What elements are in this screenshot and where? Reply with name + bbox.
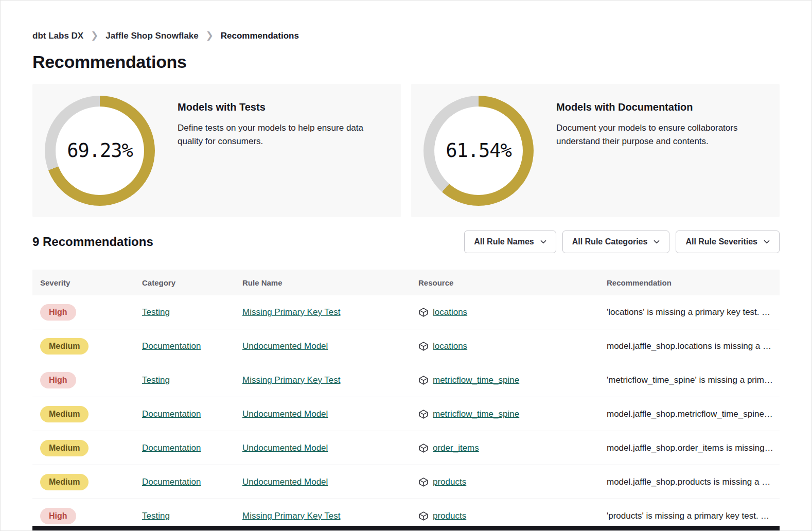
column-header-rule-name: Rule Name [235, 278, 411, 287]
resource-link[interactable]: order_items [433, 443, 479, 453]
severity-badge: High [40, 304, 76, 321]
model-cube-icon [418, 511, 429, 521]
filter-label: All Rule Severities [685, 237, 757, 246]
resource-link[interactable]: locations [433, 307, 467, 317]
rule-name-link[interactable]: Missing Primary Key Test [242, 307, 341, 317]
column-header-resource: Resource [411, 278, 599, 287]
rule-name-link[interactable]: Missing Primary Key Test [242, 375, 341, 385]
severity-badge: Medium [40, 406, 89, 422]
page-title: Recommendations [32, 52, 780, 72]
rule-severities-filter-dropdown[interactable]: All Rule Severities [676, 231, 780, 253]
resource-link[interactable]: products [433, 511, 466, 521]
documentation-percent-value: 61.54% [446, 139, 511, 162]
recommendation-text: model.jaffle_shop.products is missing a … [599, 477, 780, 487]
model-cube-icon [418, 307, 429, 317]
model-cube-icon [418, 341, 429, 351]
model-cube-icon [418, 477, 429, 487]
filter-group: All Rule Names All Rule Categories All R… [464, 231, 780, 253]
severity-badge: High [40, 508, 76, 524]
severity-badge: High [40, 372, 76, 388]
table-row: Medium Documentation Undocumented Model … [32, 465, 780, 499]
table-row: Medium Documentation Undocumented Model … [32, 431, 780, 465]
resource-link[interactable]: locations [433, 341, 467, 351]
rule-name-link[interactable]: Undocumented Model [242, 409, 328, 419]
breadcrumb-item-account[interactable]: dbt Labs DX [32, 31, 83, 41]
filter-label: All Rule Categories [572, 237, 648, 246]
rule-categories-filter-dropdown[interactable]: All Rule Categories [562, 231, 670, 253]
models-with-tests-card: 69.23% Models with Tests Define tests on… [32, 84, 401, 217]
rule-name-link[interactable]: Undocumented Model [242, 477, 328, 487]
breadcrumb: dbt Labs DX ❯ Jaffle Shop Snowflake ❯ Re… [32, 30, 780, 42]
recommendation-text: 'metricflow_time_spine' is missing a pri… [599, 375, 780, 385]
tests-percent-value: 69.23% [67, 139, 133, 162]
recommendation-text: 'products' is missing a primary key test… [599, 511, 780, 521]
metric-cards: 69.23% Models with Tests Define tests on… [32, 84, 780, 217]
recommendation-text: model.jaffle_shop.locations is missing a… [599, 341, 780, 351]
card-title: Models with Tests [178, 101, 389, 113]
chevron-down-icon [764, 239, 770, 245]
chevron-down-icon [540, 239, 546, 245]
bottom-bar [32, 526, 780, 530]
resource-link[interactable]: metricflow_time_spine [433, 375, 519, 385]
rule-name-link[interactable]: Undocumented Model [242, 443, 328, 453]
column-header-severity: Severity [32, 278, 134, 287]
category-link[interactable]: Testing [142, 511, 170, 521]
table-row: Medium Documentation Undocumented Model … [32, 397, 780, 431]
recommendation-text: model.jaffle_shop.metricflow_time_spine … [599, 409, 780, 419]
category-link[interactable]: Documentation [142, 409, 201, 419]
chevron-right-icon: ❯ [206, 30, 214, 41]
model-cube-icon [418, 409, 429, 419]
rule-name-link[interactable]: Undocumented Model [242, 341, 328, 351]
model-cube-icon [418, 375, 429, 385]
table-row: High Testing Missing Primary Key Test me… [32, 363, 780, 397]
recommendation-text: 'locations' is missing a primary key tes… [599, 307, 780, 317]
table-row: Medium Documentation Undocumented Model … [32, 329, 780, 363]
documentation-donut-chart: 61.54% [423, 96, 534, 206]
breadcrumb-item-current: Recommendations [221, 31, 299, 41]
category-link[interactable]: Testing [142, 307, 170, 317]
list-header-bar: 9 Recommendations All Rule Names All Rul… [32, 231, 780, 253]
severity-badge: Medium [40, 338, 89, 355]
recommendations-count: 9 Recommendations [32, 235, 153, 249]
breadcrumb-item-project[interactable]: Jaffle Shop Snowflake [105, 31, 198, 41]
table-row: High Testing Missing Primary Key Test lo… [32, 295, 780, 329]
card-title: Models with Documentation [556, 101, 767, 113]
models-with-documentation-card: 61.54% Models with Documentation Documen… [411, 84, 780, 217]
card-description: Document your models to ensure collabora… [556, 121, 767, 149]
rule-name-link[interactable]: Missing Primary Key Test [242, 511, 341, 521]
model-cube-icon [418, 443, 429, 453]
column-header-category: Category [134, 278, 235, 287]
category-link[interactable]: Testing [142, 375, 170, 385]
chevron-down-icon [654, 239, 660, 245]
resource-link[interactable]: metricflow_time_spine [433, 409, 519, 419]
recommendations-page: dbt Labs DX ❯ Jaffle Shop Snowflake ❯ Re… [1, 30, 811, 531]
column-header-recommendation: Recommendation [599, 278, 780, 287]
card-description: Define tests on your models to help ensu… [178, 121, 389, 149]
category-link[interactable]: Documentation [142, 477, 201, 487]
severity-badge: Medium [40, 474, 89, 490]
tests-donut-chart: 69.23% [45, 96, 155, 206]
recommendation-text: model.jaffle_shop.order_items is missing… [599, 443, 780, 453]
category-link[interactable]: Documentation [142, 443, 201, 453]
resource-link[interactable]: products [433, 477, 466, 487]
table-header-row: Severity Category Rule Name Resource Rec… [32, 270, 780, 295]
category-link[interactable]: Documentation [142, 341, 201, 351]
rule-names-filter-dropdown[interactable]: All Rule Names [464, 231, 556, 253]
severity-badge: Medium [40, 440, 89, 456]
chevron-right-icon: ❯ [91, 30, 98, 41]
filter-label: All Rule Names [474, 237, 534, 246]
recommendations-table: Severity Category Rule Name Resource Rec… [32, 270, 780, 531]
